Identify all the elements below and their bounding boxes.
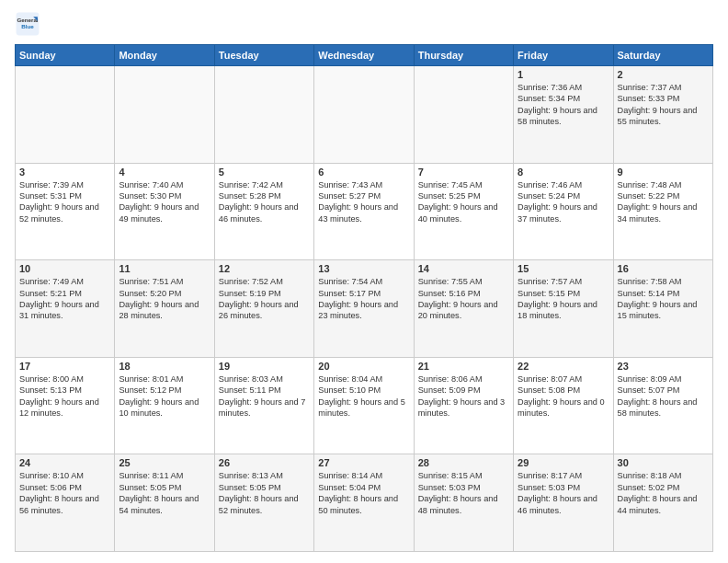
day-info: Daylight: 8 hours and 48 minutes.	[418, 493, 509, 516]
day-info: Sunset: 5:31 PM	[19, 190, 110, 201]
day-info: Daylight: 9 hours and 34 minutes.	[618, 201, 709, 224]
day-info: Sunset: 5:15 PM	[518, 288, 609, 299]
day-info: Sunrise: 8:11 AM	[119, 470, 210, 481]
day-info: Sunset: 5:04 PM	[318, 482, 409, 493]
calendar-cell: 4Sunrise: 7:40 AMSunset: 5:30 PMDaylight…	[115, 163, 214, 260]
day-number: 23	[618, 361, 709, 372]
day-info: Daylight: 9 hours and 43 minutes.	[318, 201, 409, 224]
day-info: Sunrise: 8:04 AM	[318, 373, 409, 385]
day-info: Sunrise: 7:46 AM	[518, 179, 609, 190]
day-info: Sunrise: 8:01 AM	[119, 373, 210, 385]
calendar-cell: 22Sunrise: 8:07 AMSunset: 5:08 PMDayligh…	[514, 357, 613, 454]
day-number: 13	[318, 263, 409, 274]
calendar-cell: 25Sunrise: 8:11 AMSunset: 5:05 PMDayligh…	[115, 454, 214, 552]
day-info: Sunset: 5:13 PM	[19, 385, 110, 396]
calendar-cell: 14Sunrise: 7:55 AMSunset: 5:16 PMDayligh…	[414, 260, 513, 358]
calendar-cell: 26Sunrise: 8:13 AMSunset: 5:05 PMDayligh…	[214, 454, 313, 552]
calendar-cell	[214, 66, 313, 164]
day-info: Sunrise: 8:10 AM	[19, 470, 110, 481]
day-info: Daylight: 9 hours and 10 minutes.	[119, 396, 210, 419]
day-info: Sunset: 5:12 PM	[119, 385, 210, 396]
day-info: Sunset: 5:11 PM	[219, 385, 310, 396]
calendar-cell: 5Sunrise: 7:42 AMSunset: 5:28 PMDaylight…	[214, 163, 313, 260]
day-info: Sunrise: 7:37 AM	[618, 82, 709, 93]
day-info: Daylight: 9 hours and 37 minutes.	[518, 201, 609, 224]
day-info: Daylight: 8 hours and 44 minutes.	[618, 493, 709, 516]
day-info: Daylight: 9 hours and 40 minutes.	[418, 201, 509, 224]
day-info: Sunset: 5:09 PM	[418, 385, 509, 396]
day-info: Sunrise: 8:09 AM	[618, 373, 709, 385]
day-number: 20	[318, 361, 409, 372]
calendar-cell: 19Sunrise: 8:03 AMSunset: 5:11 PMDayligh…	[214, 357, 313, 454]
day-info: Daylight: 9 hours and 23 minutes.	[318, 299, 409, 322]
day-info: Sunrise: 7:36 AM	[518, 82, 609, 93]
day-number: 1	[518, 69, 609, 80]
day-info: Sunrise: 7:43 AM	[318, 179, 409, 190]
day-number: 24	[19, 457, 110, 468]
day-number: 29	[518, 457, 609, 468]
day-info: Sunset: 5:19 PM	[219, 288, 310, 299]
day-info: Sunset: 5:02 PM	[618, 482, 709, 493]
day-info: Daylight: 9 hours and 26 minutes.	[219, 299, 310, 322]
day-info: Sunrise: 7:40 AM	[119, 179, 210, 190]
day-info: Sunrise: 8:07 AM	[518, 373, 609, 385]
col-header-monday: Monday	[115, 45, 214, 66]
day-info: Sunset: 5:16 PM	[418, 288, 509, 299]
day-number: 7	[418, 167, 509, 178]
day-number: 19	[219, 361, 310, 372]
day-info: Sunrise: 8:18 AM	[618, 470, 709, 481]
calendar-cell: 15Sunrise: 7:57 AMSunset: 5:15 PMDayligh…	[514, 260, 613, 358]
day-info: Daylight: 9 hours and 3 minutes.	[418, 396, 509, 419]
day-info: Sunset: 5:05 PM	[219, 482, 310, 493]
day-number: 8	[518, 167, 609, 178]
day-info: Daylight: 9 hours and 5 minutes.	[318, 396, 409, 419]
day-info: Sunrise: 7:42 AM	[219, 179, 310, 190]
calendar-cell: 23Sunrise: 8:09 AMSunset: 5:07 PMDayligh…	[613, 357, 712, 454]
day-info: Sunset: 5:30 PM	[119, 190, 210, 201]
day-info: Sunrise: 8:00 AM	[19, 373, 110, 385]
day-info: Sunset: 5:03 PM	[518, 482, 609, 493]
day-info: Sunset: 5:06 PM	[19, 482, 110, 493]
col-header-wednesday: Wednesday	[314, 45, 414, 66]
day-info: Sunset: 5:33 PM	[618, 93, 709, 104]
day-number: 22	[518, 361, 609, 372]
col-header-thursday: Thursday	[414, 45, 513, 66]
day-number: 14	[418, 263, 509, 274]
calendar-cell: 12Sunrise: 7:52 AMSunset: 5:19 PMDayligh…	[214, 260, 313, 358]
col-header-friday: Friday	[514, 45, 613, 66]
day-number: 15	[518, 263, 609, 274]
day-info: Sunset: 5:22 PM	[618, 190, 709, 201]
day-info: Sunrise: 8:03 AM	[219, 373, 310, 385]
calendar-cell: 24Sunrise: 8:10 AMSunset: 5:06 PMDayligh…	[16, 454, 115, 552]
day-info: Sunrise: 7:57 AM	[518, 276, 609, 287]
calendar-cell: 3Sunrise: 7:39 AMSunset: 5:31 PMDaylight…	[16, 163, 115, 260]
calendar-cell: 20Sunrise: 8:04 AMSunset: 5:10 PMDayligh…	[314, 357, 414, 454]
day-info: Sunrise: 8:13 AM	[219, 470, 310, 481]
day-number: 25	[119, 457, 210, 468]
col-header-sunday: Sunday	[16, 45, 115, 66]
calendar-cell: 16Sunrise: 7:58 AMSunset: 5:14 PMDayligh…	[613, 260, 712, 358]
day-info: Sunrise: 7:52 AM	[219, 276, 310, 287]
calendar-cell: 11Sunrise: 7:51 AMSunset: 5:20 PMDayligh…	[115, 260, 214, 358]
calendar-cell	[16, 66, 115, 164]
day-number: 28	[418, 457, 509, 468]
day-info: Sunrise: 7:58 AM	[618, 276, 709, 287]
day-info: Sunrise: 8:14 AM	[318, 470, 409, 481]
day-number: 11	[119, 263, 210, 274]
svg-text:Blue: Blue	[21, 23, 34, 29]
day-number: 2	[618, 69, 709, 80]
day-info: Daylight: 8 hours and 56 minutes.	[19, 493, 110, 516]
calendar-cell: 30Sunrise: 8:18 AMSunset: 5:02 PMDayligh…	[613, 454, 712, 552]
calendar-cell: 2Sunrise: 7:37 AMSunset: 5:33 PMDaylight…	[613, 66, 712, 164]
day-info: Sunset: 5:20 PM	[119, 288, 210, 299]
logo-icon: General Blue	[15, 11, 40, 37]
day-number: 27	[318, 457, 409, 468]
calendar-cell: 21Sunrise: 8:06 AMSunset: 5:09 PMDayligh…	[414, 357, 513, 454]
day-info: Sunset: 5:34 PM	[518, 93, 609, 104]
logo: General Blue	[15, 11, 44, 37]
day-number: 30	[618, 457, 709, 468]
calendar-cell: 6Sunrise: 7:43 AMSunset: 5:27 PMDaylight…	[314, 163, 414, 260]
calendar-cell: 8Sunrise: 7:46 AMSunset: 5:24 PMDaylight…	[514, 163, 613, 260]
day-info: Sunrise: 8:17 AM	[518, 470, 609, 481]
day-info: Sunset: 5:17 PM	[318, 288, 409, 299]
